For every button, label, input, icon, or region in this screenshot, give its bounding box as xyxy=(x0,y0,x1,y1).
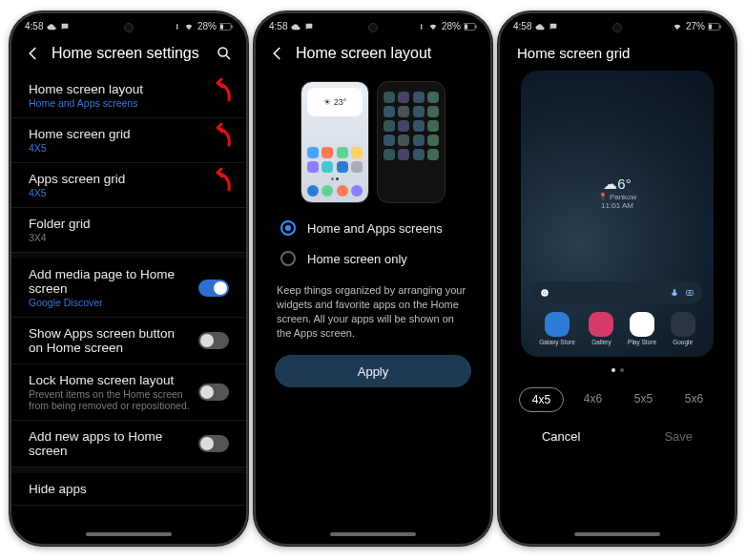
preview-home: ☀23° xyxy=(300,81,369,203)
lens-icon[interactable] xyxy=(685,288,694,298)
switch[interactable] xyxy=(198,280,229,297)
svg-rect-9 xyxy=(720,25,721,28)
svg-rect-5 xyxy=(465,24,467,29)
annotation-arrow-icon xyxy=(210,167,233,192)
clock: 4:58 xyxy=(513,21,531,31)
cloud-icon xyxy=(47,22,56,31)
weather-widget: ☁6° 📍 Pankow 11:01 AM xyxy=(598,176,637,210)
svg-rect-13 xyxy=(687,291,694,296)
radio-icon[interactable] xyxy=(280,251,296,266)
setting-folder-grid[interactable]: Folder grid 3X4 xyxy=(11,208,246,253)
nav-bar[interactable] xyxy=(256,530,490,544)
msg-icon xyxy=(60,22,70,31)
app-gallery[interactable]: Gallery xyxy=(589,312,613,345)
toggle-apps-button[interactable]: Show Apps screen button on Home screen xyxy=(11,318,246,364)
battery-icon xyxy=(464,23,477,31)
wifi-icon xyxy=(672,22,683,31)
app-play-store[interactable]: Play Store xyxy=(628,312,656,345)
annotation-arrow-icon xyxy=(210,77,233,102)
page-title: Home screen settings xyxy=(52,45,206,62)
msg-icon xyxy=(549,22,558,31)
back-icon[interactable] xyxy=(25,45,42,62)
clock: 4:58 xyxy=(25,21,43,31)
page-title: Home screen grid xyxy=(500,35,735,69)
msg-icon xyxy=(304,22,314,31)
camera-notch xyxy=(124,23,134,32)
weather-widget-icon: ☀23° xyxy=(307,88,363,116)
back-icon[interactable] xyxy=(269,45,286,62)
svg-rect-8 xyxy=(709,24,712,29)
phone-grid: 4:58 27% Home screen grid ☁6° 📍 Pankow 1… xyxy=(498,11,736,546)
phone-layout: 4:58 28% Home screen layout ☀23° xyxy=(254,11,492,546)
battery-pct: 28% xyxy=(442,21,461,31)
search-icon[interactable] xyxy=(216,45,233,62)
battery-icon xyxy=(219,23,233,31)
annotation-arrow-icon xyxy=(210,122,233,147)
app-google-folder[interactable]: Google xyxy=(671,312,695,345)
save-button[interactable]: Save xyxy=(664,429,693,444)
bt-icon xyxy=(173,22,180,31)
svg-point-14 xyxy=(689,292,692,295)
radio-icon[interactable] xyxy=(280,220,296,236)
grid-option-5x5[interactable]: 5x5 xyxy=(622,387,665,412)
phone-settings: 4:58 28% Home screen settings Home scree… xyxy=(10,11,248,546)
bt-icon xyxy=(417,22,425,31)
app-galaxy-store[interactable]: Galaxy Store xyxy=(539,312,575,345)
battery-icon xyxy=(708,23,721,31)
nav-bar[interactable] xyxy=(500,530,735,544)
google-search-bar[interactable]: G xyxy=(532,281,702,304)
action-bar: Cancel Save xyxy=(500,418,735,449)
nav-bar[interactable] xyxy=(11,530,246,544)
cloud-icon xyxy=(535,22,545,31)
header: Home screen layout xyxy=(256,35,490,73)
svg-text:G: G xyxy=(543,290,547,296)
header: Home screen settings xyxy=(11,35,246,73)
preview-apps xyxy=(377,81,446,203)
toggle-add-new-apps[interactable]: Add new apps to Home screen xyxy=(11,421,246,467)
option-home-and-apps[interactable]: Home and Apps screens xyxy=(256,213,490,243)
grid-size-options: 4x5 4x6 5x5 5x6 xyxy=(500,378,735,418)
grid-option-5x6[interactable]: 5x6 xyxy=(673,387,715,412)
camera-notch xyxy=(612,23,622,32)
option-home-only[interactable]: Home screen only xyxy=(256,243,490,274)
switch[interactable] xyxy=(198,384,229,401)
google-icon: G xyxy=(540,288,549,298)
clock: 4:58 xyxy=(269,21,287,31)
cloud-icon xyxy=(291,22,300,31)
layout-description: Keep things organized by arranging your … xyxy=(256,274,490,351)
wifi-icon xyxy=(183,22,195,31)
cancel-button[interactable]: Cancel xyxy=(542,429,580,444)
svg-rect-6 xyxy=(476,25,477,28)
svg-rect-2 xyxy=(232,25,233,28)
page-indicator xyxy=(500,363,735,378)
page-title: Home screen layout xyxy=(296,45,477,62)
grid-option-4x5[interactable]: 4x5 xyxy=(519,387,564,412)
layout-preview: ☀23° xyxy=(256,73,490,213)
switch[interactable] xyxy=(198,435,229,452)
dock: Galaxy Store Gallery Play Store Google xyxy=(532,312,702,345)
battery-pct: 28% xyxy=(197,21,217,31)
setting-hide-apps[interactable]: Hide apps xyxy=(11,473,246,506)
toggle-lock-layout[interactable]: Lock Home screen layout Prevent items on… xyxy=(11,364,246,421)
camera-notch xyxy=(368,23,378,32)
switch[interactable] xyxy=(198,332,229,349)
grid-option-4x6[interactable]: 4x6 xyxy=(571,387,614,412)
apply-button[interactable]: Apply xyxy=(275,355,471,387)
toggle-media-page[interactable]: Add media page to Home screen Google Dis… xyxy=(11,259,246,318)
svg-rect-1 xyxy=(220,24,223,29)
svg-point-3 xyxy=(218,48,227,56)
mic-icon[interactable] xyxy=(670,288,679,298)
grid-preview[interactable]: ☁6° 📍 Pankow 11:01 AM G Galaxy Store Gal… xyxy=(521,71,714,357)
wifi-icon xyxy=(427,22,439,31)
battery-pct: 27% xyxy=(686,21,705,31)
